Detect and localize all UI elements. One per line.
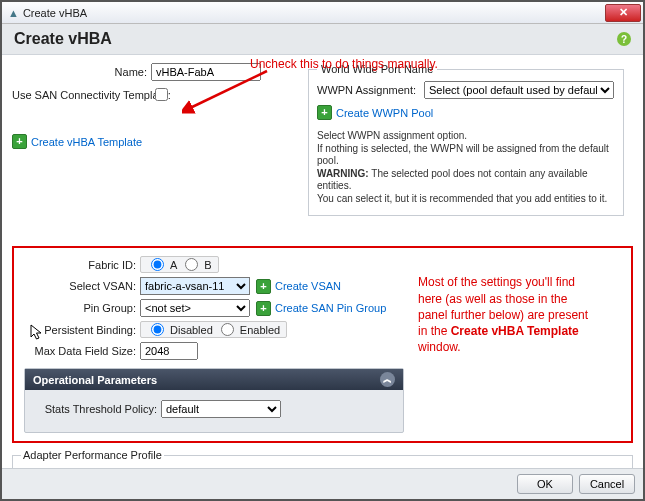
vsan-label: Select VSAN:	[24, 280, 140, 292]
create-vhba-template-label: Create vHBA Template	[31, 136, 142, 148]
plus-icon: +	[256, 279, 271, 294]
help-icon[interactable]: ?	[617, 32, 631, 46]
cancel-button[interactable]: Cancel	[579, 474, 635, 494]
dialog-header: Create vHBA ?	[2, 24, 643, 55]
content-area: Uncheck this to do things manually. Name…	[2, 55, 643, 468]
pin-group-label: Pin Group:	[24, 302, 140, 314]
create-vsan-label: Create VSAN	[275, 280, 341, 292]
operational-parameters-panel: Operational Parameters ︽ Stats Threshold…	[24, 368, 404, 433]
use-template-checkbox[interactable]	[155, 88, 168, 101]
app-icon: ▲	[8, 7, 19, 19]
use-template-label: Use SAN Connectivity Template:	[12, 89, 151, 101]
plus-icon: +	[256, 301, 271, 316]
create-wwpn-pool-link[interactable]: + Create WWPN Pool	[317, 105, 615, 120]
fabric-b-radio[interactable]	[185, 258, 198, 271]
annotation-mid: Most of the settings you'll find here (a…	[418, 256, 613, 433]
basic-settings: Name: Use SAN Connectivity Template: + C…	[12, 63, 292, 149]
persistent-binding-label: Persistent Binding:	[24, 324, 140, 336]
fabric-id-radio-group: A B	[140, 256, 219, 273]
create-wwpn-pool-label: Create WWPN Pool	[336, 107, 433, 119]
wwpn-hint-line: WARNING: The selected pool does not cont…	[317, 168, 615, 193]
adapter-performance-group: Adapter Performance Profile	[12, 449, 633, 468]
titlebar: ▲ Create vHBA ✕	[2, 2, 643, 24]
name-label: Name:	[12, 66, 151, 78]
window-title: Create vHBA	[23, 7, 87, 19]
wwpn-assign-select[interactable]: Select (pool default used by default)	[424, 81, 614, 99]
vsan-select[interactable]: fabric-a-vsan-11	[140, 277, 250, 295]
page-title: Create vHBA	[14, 30, 112, 48]
wwpn-group: World Wide Port Name WWPN Assignment: Se…	[308, 63, 624, 216]
fabric-id-label: Fabric ID:	[24, 259, 140, 271]
wwpn-hint: Select WWPN assignment option. If nothin…	[317, 130, 615, 205]
plus-icon: +	[317, 105, 332, 120]
ok-button[interactable]: OK	[517, 474, 573, 494]
highlighted-settings: Fabric ID: A B Select VSAN: fabric-a-vsa…	[12, 246, 633, 443]
wwpn-hint-line: If nothing is selected, the WWPN will be…	[317, 143, 615, 168]
wwpn-hint-line: You can select it, but it is recommended…	[317, 193, 615, 206]
persistent-binding-group: Disabled Enabled	[140, 321, 287, 338]
pb-enabled-radio[interactable]	[221, 323, 234, 336]
pb-enabled-label: Enabled	[240, 324, 280, 336]
fabric-a-radio[interactable]	[151, 258, 164, 271]
dialog-footer: OK Cancel	[2, 468, 643, 499]
operational-parameters-title: Operational Parameters	[33, 374, 157, 386]
close-button[interactable]: ✕	[605, 4, 641, 22]
adapter-performance-legend: Adapter Performance Profile	[21, 449, 164, 461]
pin-group-select[interactable]: <not set>	[140, 299, 250, 317]
close-icon: ✕	[619, 6, 628, 19]
create-pin-group-link[interactable]: + Create SAN Pin Group	[256, 301, 386, 316]
create-vsan-link[interactable]: + Create VSAN	[256, 279, 341, 294]
wwpn-assign-label: WWPN Assignment:	[317, 84, 420, 96]
max-data-field-label: Max Data Field Size:	[24, 345, 140, 357]
name-input[interactable]	[151, 63, 261, 81]
plus-icon: +	[12, 134, 27, 149]
operational-parameters-header[interactable]: Operational Parameters ︽	[25, 369, 403, 390]
wwpn-hint-line: Select WWPN assignment option.	[317, 130, 615, 143]
stats-threshold-label: Stats Threshold Policy:	[37, 403, 161, 415]
max-data-field-input[interactable]	[140, 342, 198, 360]
create-pin-group-label: Create SAN Pin Group	[275, 302, 386, 314]
fabric-a-label: A	[170, 259, 177, 271]
annotation-top: Uncheck this to do things manually.	[250, 57, 438, 73]
collapse-icon: ︽	[380, 372, 395, 387]
fabric-b-label: B	[204, 259, 211, 271]
stats-threshold-select[interactable]: default	[161, 400, 281, 418]
pb-disabled-label: Disabled	[170, 324, 213, 336]
pb-disabled-radio[interactable]	[151, 323, 164, 336]
create-vhba-template-link[interactable]: + Create vHBA Template	[12, 134, 292, 149]
